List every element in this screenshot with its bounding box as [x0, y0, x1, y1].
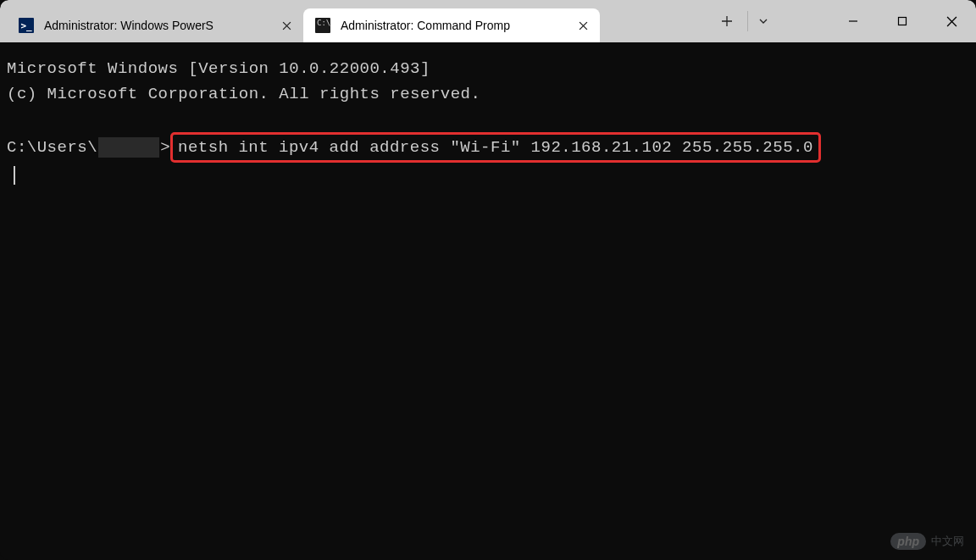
redacted-username	[98, 137, 159, 158]
prompt-suffix: >	[160, 135, 170, 160]
minimize-button[interactable]	[829, 0, 878, 42]
maximize-button[interactable]	[878, 0, 927, 42]
titlebar: >_ Administrator: Windows PowerS C:\ Adm…	[0, 0, 976, 42]
terminal-output[interactable]: Microsoft Windows [Version 10.0.22000.49…	[0, 42, 976, 560]
blank-line	[7, 107, 969, 132]
close-window-button[interactable]	[927, 0, 976, 42]
cmd-icon: C:\	[315, 18, 330, 33]
version-line: Microsoft Windows [Version 10.0.22000.49…	[7, 56, 969, 81]
close-tab-button[interactable]	[574, 17, 591, 34]
tab-title: Administrator: Command Promp	[341, 19, 564, 32]
close-tab-button[interactable]	[278, 17, 295, 34]
svg-rect-0	[899, 18, 907, 25]
copyright-line: (c) Microsoft Corporation. All rights re…	[7, 81, 969, 107]
watermark-text: 中文网	[931, 534, 964, 549]
tab-cmd[interactable]: C:\ Administrator: Command Promp	[303, 8, 600, 42]
tab-powershell[interactable]: >_ Administrator: Windows PowerS	[7, 8, 303, 42]
new-tab-button[interactable]	[708, 0, 746, 42]
command-highlight: netsh int ipv4 add address "Wi-Fi" 192.1…	[170, 132, 821, 163]
window-controls	[829, 0, 976, 42]
php-badge-icon: php	[890, 533, 926, 550]
powershell-icon: >_	[19, 18, 34, 33]
watermark: php 中文网	[890, 533, 964, 550]
text-cursor	[14, 166, 15, 185]
prompt-prefix: C:\Users\	[7, 135, 97, 160]
tab-dropdown-button[interactable]	[747, 11, 778, 31]
prompt-line: C:\Users\>netsh int ipv4 add address "Wi…	[7, 132, 969, 163]
tab-title: Administrator: Windows PowerS	[44, 19, 268, 32]
toolbar-right	[708, 0, 976, 42]
tab-strip: >_ Administrator: Windows PowerS C:\ Adm…	[0, 0, 600, 42]
cursor-line	[7, 163, 969, 188]
